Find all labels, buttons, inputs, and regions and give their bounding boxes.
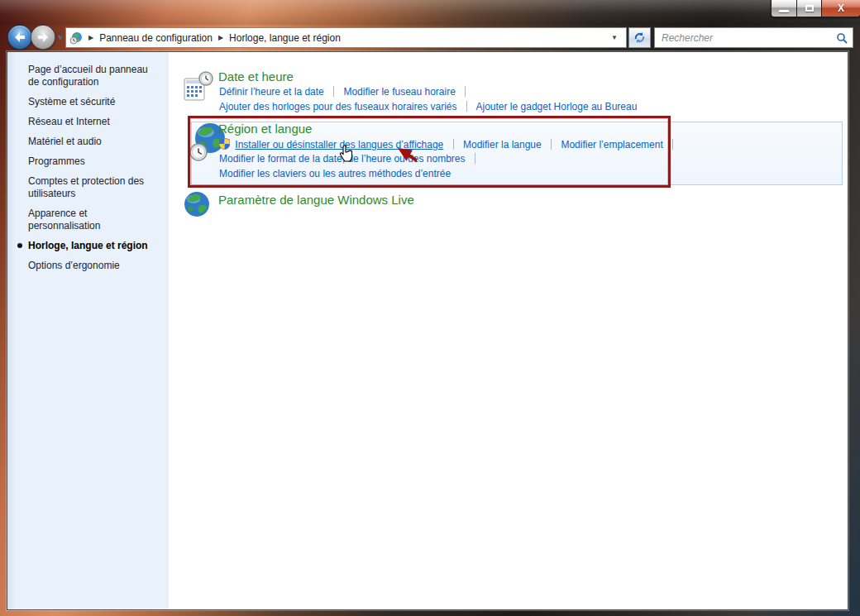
- divider: [475, 153, 475, 164]
- sidebar: Page d’accueil du panneau de configurati…: [7, 52, 169, 609]
- task-link[interactable]: Ajouter le gadget Horloge au Bureau: [476, 101, 638, 112]
- task-link[interactable]: Modifier la langue: [463, 139, 542, 150]
- minimize-button[interactable]: [771, 0, 797, 17]
- divider: [465, 86, 466, 97]
- breadcrumb-separator-icon: ▶: [88, 34, 93, 41]
- forward-arrow-icon: [37, 32, 49, 42]
- task-link[interactable]: Modifier l’emplacement: [561, 139, 662, 150]
- sidebar-item-user-accounts[interactable]: Comptes et protection des utilisateurs: [7, 175, 169, 200]
- divider: [466, 101, 467, 112]
- back-button[interactable]: [7, 25, 32, 50]
- titlebar-glass: [0, 0, 860, 25]
- task-link[interactable]: Modifier le format de la date, de l’heur…: [219, 153, 466, 165]
- forward-button[interactable]: [31, 25, 55, 50]
- breadcrumb-separator-icon: ▶: [218, 34, 223, 41]
- close-button[interactable]: X: [822, 0, 860, 17]
- sidebar-item-ease-of-access[interactable]: Options d’ergonomie: [7, 260, 169, 272]
- refresh-icon: [633, 31, 646, 44]
- section-title-date-time[interactable]: Date et heure: [218, 69, 294, 84]
- sidebar-item-network-internet[interactable]: Réseau et Internet: [7, 116, 169, 128]
- back-arrow-icon: [14, 32, 26, 42]
- maximize-button[interactable]: [797, 0, 822, 17]
- divider: [551, 139, 552, 150]
- recent-pages-dropdown[interactable]: ▼: [57, 33, 64, 41]
- sidebar-item-programs[interactable]: Programmes: [7, 155, 169, 168]
- active-bullet-icon: [17, 243, 22, 248]
- search-icon: [836, 32, 848, 44]
- globe-icon: [183, 190, 211, 218]
- section-title-region-language[interactable]: Région et langue: [218, 122, 312, 136]
- task-link[interactable]: Définir l’heure et la date: [219, 86, 324, 98]
- address-bar[interactable]: ▶ Panneau de configuration ▶ Horloge, la…: [65, 27, 627, 48]
- task-link[interactable]: Ajouter des horloges pour des fuseaux ho…: [219, 101, 457, 112]
- section-title-windows-live-language[interactable]: Paramètre de langue Windows Live: [218, 193, 414, 207]
- uac-shield-icon: [219, 138, 230, 150]
- divider: [672, 139, 673, 150]
- calendar-clock-icon: [182, 70, 215, 103]
- address-dropdown-icon[interactable]: ▼: [606, 34, 623, 41]
- refresh-button[interactable]: [628, 27, 651, 48]
- sidebar-item-clock-language-region[interactable]: Horloge, langue et région: [7, 240, 169, 252]
- clock-region-icon: [69, 31, 83, 45]
- search-input[interactable]: [660, 31, 836, 45]
- breadcrumb-control-panel[interactable]: Panneau de configuration: [99, 32, 213, 44]
- window-controls: X: [771, 0, 860, 17]
- sidebar-item-appearance[interactable]: Apparence et personnalisation: [7, 208, 169, 232]
- sidebar-item-hardware-sound[interactable]: Matériel et audio: [7, 136, 169, 148]
- sidebar-item-system-security[interactable]: Système et sécurité: [7, 96, 169, 108]
- breadcrumb-clock-language-region[interactable]: Horloge, langue et région: [229, 32, 341, 44]
- sidebar-item-home[interactable]: Page d’accueil du panneau de configurati…: [7, 64, 169, 88]
- task-link[interactable]: Modifier les claviers ou les autres méth…: [219, 168, 451, 179]
- main-panel: Date et heure Définir l’heure et la date…: [169, 52, 848, 609]
- divider: [453, 139, 454, 150]
- window-content: Page d’accueil du panneau de configurati…: [7, 51, 848, 610]
- desktop-wallpaper: X ▼ ▶ Panneau de configuration ▶ Horloge…: [0, 0, 860, 616]
- close-icon: X: [838, 2, 844, 14]
- minimize-icon: [779, 10, 789, 12]
- divider: [333, 86, 334, 97]
- task-link[interactable]: Modifier le fuseau horaire: [343, 86, 455, 98]
- task-link-install-display-languages[interactable]: Installer ou désinstaller des langues d’…: [235, 139, 443, 150]
- maximize-icon: [805, 5, 814, 12]
- search-box[interactable]: [654, 27, 853, 48]
